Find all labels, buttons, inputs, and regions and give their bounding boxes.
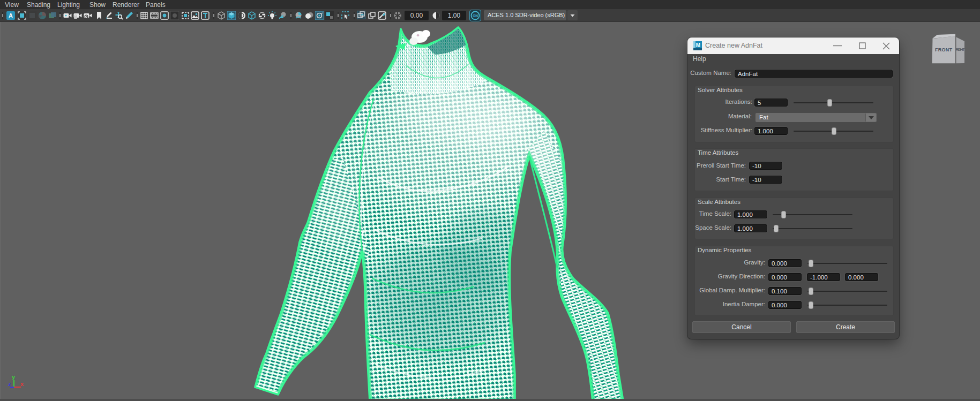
svg-text:A: A [9, 12, 13, 19]
svg-text:x: x [20, 381, 24, 387]
svg-text:M: M [696, 42, 700, 48]
svg-text:z: z [8, 381, 11, 387]
svg-text:FRONT: FRONT [935, 47, 953, 52]
svg-text:ON: ON [473, 14, 478, 18]
svg-text:RIGHT: RIGHT [956, 47, 965, 52]
svg-text:y: y [12, 374, 16, 380]
